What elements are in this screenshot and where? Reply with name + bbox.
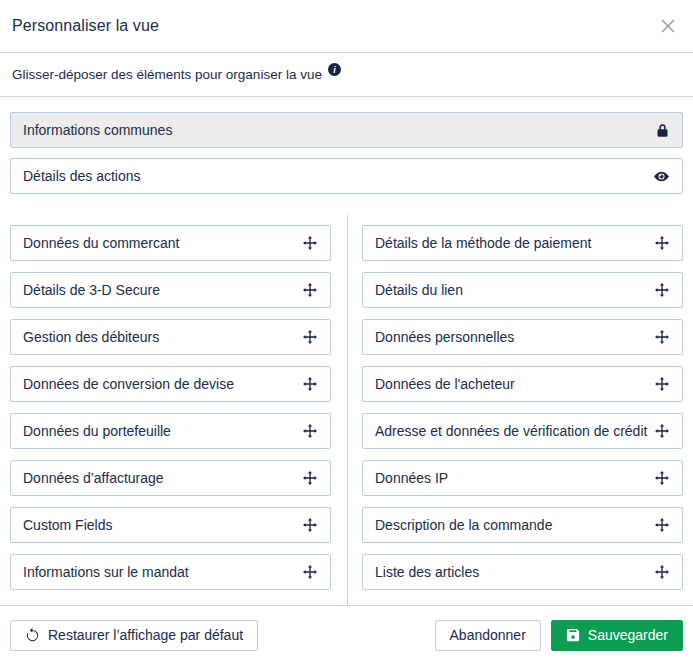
drag-item[interactable]: Données de l'acheteur bbox=[362, 366, 683, 402]
drag-item-label: Adresse et données de vérification de cr… bbox=[375, 423, 647, 439]
info-icon[interactable]: i bbox=[328, 63, 341, 76]
drag-item[interactable]: Données du portefeuille bbox=[10, 413, 331, 449]
move-icon[interactable] bbox=[302, 564, 318, 580]
drag-item[interactable]: Données de conversion de devise bbox=[10, 366, 331, 402]
drag-item-label: Données du portefeuille bbox=[23, 423, 171, 439]
customize-view-modal: Personnaliser la vue Glisser-déposer des… bbox=[0, 0, 693, 664]
drag-item[interactable]: Données personnelles bbox=[362, 319, 683, 355]
drag-item-label: Données du commercant bbox=[23, 235, 179, 251]
drag-item-label: Données d’affacturage bbox=[23, 470, 164, 486]
move-icon[interactable] bbox=[654, 423, 670, 439]
drag-item-label: Données de l'acheteur bbox=[375, 376, 515, 392]
drag-item[interactable]: Détails de 3-D Secure bbox=[10, 272, 331, 308]
modal-header: Personnaliser la vue bbox=[0, 0, 693, 53]
close-icon bbox=[659, 17, 677, 35]
drag-item-label: Gestion des débiteurs bbox=[23, 329, 159, 345]
modal-footer: Restaurer l’affichage par défaut Abandon… bbox=[0, 605, 693, 664]
move-icon[interactable] bbox=[302, 517, 318, 533]
drag-item[interactable]: Adresse et données de vérification de cr… bbox=[362, 413, 683, 449]
drag-item-label: Liste des articles bbox=[375, 564, 479, 580]
footer-actions: Abandonner Sauvegarder bbox=[435, 620, 683, 651]
save-button[interactable]: Sauvegarder bbox=[551, 620, 683, 651]
drag-drop-hint-text: Glisser-déposer des éléments pour organi… bbox=[12, 67, 322, 82]
eye-icon[interactable] bbox=[653, 168, 670, 185]
move-icon[interactable] bbox=[654, 235, 670, 251]
drag-item-label: Détails de la méthode de paiement bbox=[375, 235, 591, 251]
drag-item[interactable]: Données du commercant bbox=[10, 225, 331, 261]
restore-default-button[interactable]: Restaurer l’affichage par défaut bbox=[10, 620, 258, 651]
drag-item-label: Custom Fields bbox=[23, 517, 112, 533]
section-details-des-actions: Détails des actions bbox=[10, 158, 683, 194]
fixed-sections: Informations communes Détails des action… bbox=[10, 112, 683, 194]
drag-item-label: Données IP bbox=[375, 470, 448, 486]
lock-icon bbox=[655, 123, 670, 138]
drag-item[interactable]: Détails du lien bbox=[362, 272, 683, 308]
move-icon[interactable] bbox=[654, 282, 670, 298]
drag-item[interactable]: Détails de la méthode de paiement bbox=[362, 225, 683, 261]
drag-item[interactable]: Gestion des débiteurs bbox=[10, 319, 331, 355]
drag-item-label: Informations sur le mandat bbox=[23, 564, 189, 580]
drag-item[interactable]: Custom Fields bbox=[10, 507, 331, 543]
drag-item[interactable]: Description de la commande bbox=[362, 507, 683, 543]
drag-item[interactable]: Données IP bbox=[362, 460, 683, 496]
cancel-label: Abandonner bbox=[450, 627, 526, 643]
drag-drop-hint: Glisser-déposer des éléments pour organi… bbox=[0, 53, 693, 97]
cancel-button[interactable]: Abandonner bbox=[435, 620, 541, 651]
drag-columns: Données du commercant Détails de 3-D Sec… bbox=[10, 225, 683, 590]
drag-item[interactable]: Liste des articles bbox=[362, 554, 683, 590]
move-icon[interactable] bbox=[654, 376, 670, 392]
move-icon[interactable] bbox=[654, 564, 670, 580]
section-informations-communes: Informations communes bbox=[10, 112, 683, 148]
section-label: Détails des actions bbox=[23, 168, 141, 184]
section-label: Informations communes bbox=[23, 122, 172, 138]
drag-item-label: Détails de 3-D Secure bbox=[23, 282, 160, 298]
move-icon[interactable] bbox=[302, 282, 318, 298]
restore-default-label: Restaurer l’affichage par défaut bbox=[48, 627, 243, 643]
move-icon[interactable] bbox=[654, 329, 670, 345]
save-label: Sauvegarder bbox=[588, 627, 668, 643]
move-icon[interactable] bbox=[302, 376, 318, 392]
drag-item-label: Données personnelles bbox=[375, 329, 514, 345]
page-title: Personnaliser la vue bbox=[12, 17, 159, 35]
drag-column-left: Données du commercant Détails de 3-D Sec… bbox=[10, 225, 331, 590]
drag-item[interactable]: Informations sur le mandat bbox=[10, 554, 331, 590]
move-icon[interactable] bbox=[654, 517, 670, 533]
move-icon[interactable] bbox=[302, 423, 318, 439]
drag-item-label: Données de conversion de devise bbox=[23, 376, 234, 392]
save-icon bbox=[566, 628, 580, 642]
drag-item-label: Détails du lien bbox=[375, 282, 463, 298]
move-icon[interactable] bbox=[654, 470, 670, 486]
move-icon[interactable] bbox=[302, 470, 318, 486]
move-icon[interactable] bbox=[302, 329, 318, 345]
drag-item[interactable]: Données d’affacturage bbox=[10, 460, 331, 496]
close-button[interactable] bbox=[657, 15, 679, 37]
undo-icon bbox=[25, 628, 40, 643]
drag-item-label: Description de la commande bbox=[375, 517, 552, 533]
drag-column-right: Détails de la méthode de paiement Détail… bbox=[362, 225, 683, 590]
move-icon[interactable] bbox=[302, 235, 318, 251]
